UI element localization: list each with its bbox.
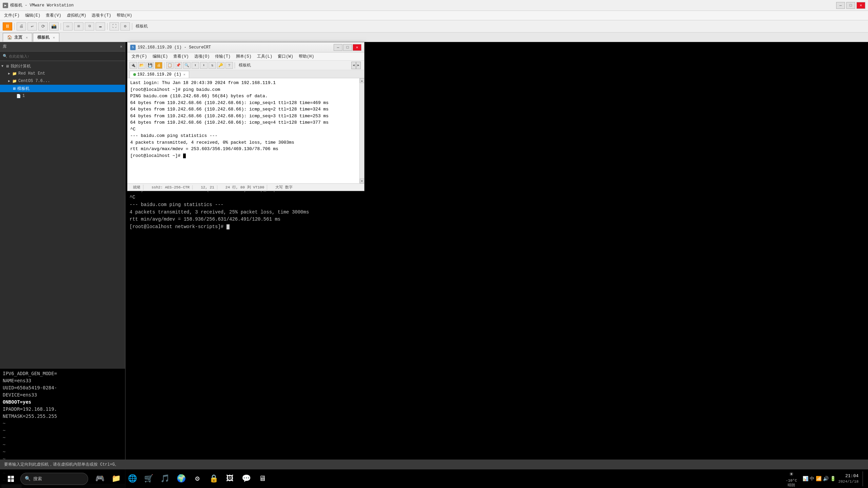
scrt-save[interactable]: 💾	[146, 62, 154, 69]
tree-node-template[interactable]: 🖥 模板机	[0, 85, 125, 92]
view-console[interactable]: ▬	[96, 22, 105, 30]
tab-home[interactable]: 🏠 主页 ✕	[3, 33, 32, 42]
scrt-menu-options[interactable]: 选项(O)	[192, 53, 213, 60]
tree-node-1[interactable]: 📄 1	[0, 92, 125, 100]
securecrt-toolbar: 🔌 📂 💾 🖨 📋 📌 🔍 ⬆ ⬇ ⇅ 🔑 ? 模板机 ◀ ▶	[127, 61, 364, 70]
pause-button[interactable]: ⏸	[3, 22, 12, 30]
taskbar-icon-browser-chrome[interactable]: 🌐	[125, 471, 140, 486]
scrt-menu-tools[interactable]: 工具(L)	[254, 53, 275, 60]
scrt-menu-help[interactable]: 帮助(H)	[296, 53, 317, 60]
menu-help[interactable]: 帮助(H)	[114, 11, 135, 20]
print-button[interactable]: 🖨	[17, 22, 26, 30]
taskbar-icon-photos[interactable]: 🖼	[222, 471, 237, 486]
window-controls: — □ ✕	[836, 2, 865, 9]
tree-node-mycomputer[interactable]: ▼ 🖥 我的计算机	[0, 62, 125, 70]
scrt-tab-close[interactable]: ✕	[183, 73, 185, 77]
tab-home-close[interactable]: ✕	[26, 36, 28, 40]
taskbar-icon-monitor-status[interactable]: 📊	[803, 476, 808, 482]
bottom-cmd-11: [root@localhost network-scripts]#	[130, 223, 864, 231]
scrt-menu-script[interactable]: 脚本(S)	[233, 53, 254, 60]
taskbar-clock[interactable]: 21:04 2024/1/18	[839, 473, 859, 485]
scrt-paste[interactable]: 📌	[175, 62, 182, 69]
taskbar-icon-security[interactable]: 🔒	[206, 471, 221, 486]
securecrt-close[interactable]: ✕	[353, 44, 361, 51]
view-normal[interactable]: ▭	[63, 22, 73, 30]
show-desktop-button[interactable]	[863, 471, 865, 486]
scrt-menu-view[interactable]: 查看(V)	[171, 53, 192, 60]
scrt-nav-left[interactable]: ◀	[351, 62, 356, 69]
scrt-download[interactable]: ⬇	[200, 62, 208, 69]
scrt-line-12: [root@localhost ~]#	[130, 152, 357, 159]
taskbar-icon-explorer[interactable]: 📁	[108, 471, 123, 486]
menu-vm[interactable]: 虚拟机(M)	[64, 11, 89, 20]
vmware-title: 模板机 - VMware Workstation	[10, 2, 836, 8]
menu-view[interactable]: 查看(V)	[43, 11, 64, 20]
vm-control-1[interactable]: ↩	[27, 22, 37, 30]
taskbar-icon-volume[interactable]: 🔊	[823, 476, 829, 482]
taskbar-app-icons: 🎮 📁 🌐 🛒 🎵 🌍 ⚙️ 🔒 🖼 💬 🖥	[92, 471, 270, 486]
scrt-menu-window[interactable]: 窗口(W)	[275, 53, 296, 60]
scrt-line-8: ^C	[130, 126, 357, 133]
library-close-button[interactable]: ✕	[120, 44, 122, 49]
securecrt-terminal[interactable]: Last login: Thu Jan 18 20:43:39 2024 fro…	[127, 78, 359, 183]
scrt-session-tab[interactable]: 192.168.119.20 (1) ✕	[130, 71, 189, 78]
settings-button[interactable]: ⚙	[120, 22, 130, 30]
view-unity[interactable]: ⧉	[85, 22, 94, 30]
scrt-find[interactable]: 🔍	[183, 62, 191, 69]
scrt-print[interactable]: 🖨	[155, 62, 162, 69]
securecrt-maximize[interactable]: □	[343, 44, 352, 51]
taskbar-weather[interactable]: ☀️ -10°C 晴朗	[786, 470, 797, 488]
scrt-scrollbar[interactable]: ▲ ▼	[359, 78, 364, 183]
taskbar-icon-unknown1[interactable]: 🎵	[157, 471, 172, 486]
taskbar-icon-settings[interactable]: ⚙️	[190, 471, 205, 486]
scrt-new-session[interactable]: 🔌	[130, 62, 137, 69]
taskbar-icon-ime[interactable]: 中	[810, 476, 814, 482]
minimize-button[interactable]: —	[836, 2, 845, 9]
menu-file[interactable]: 文件(F)	[1, 11, 22, 20]
taskbar-icon-battery[interactable]: 🔋	[830, 476, 836, 482]
scrt-help[interactable]: ?	[225, 62, 233, 69]
library-header: 库 ✕	[0, 42, 125, 52]
search-input[interactable]	[9, 54, 122, 58]
securecrt-tabbar: 192.168.119.20 (1) ✕	[127, 70, 364, 78]
vmware-menubar: 文件(F) 编辑(E) 查看(V) 虚拟机(M) 选项卡(T) 帮助(H)	[0, 11, 868, 20]
scrt-status-connection: 就绪	[130, 185, 143, 190]
scrt-scroll-up[interactable]: ▲	[360, 78, 364, 83]
taskbar-icon-game[interactable]: 🎮	[92, 471, 107, 486]
tree-icon-centos: 📁	[12, 79, 17, 83]
tree-node-redhat[interactable]: ▶ 📁 Red Hat Ent	[0, 70, 125, 77]
taskbar-icon-desktop[interactable]: 🖥	[255, 471, 270, 486]
view-full[interactable]: ⊞	[74, 22, 83, 30]
tab-template-close[interactable]: ✕	[53, 36, 55, 40]
start-button[interactable]	[3, 471, 19, 487]
scrt-menu-edit[interactable]: 编辑(E)	[150, 53, 171, 60]
close-button[interactable]: ✕	[856, 2, 865, 9]
menu-edit[interactable]: 编辑(E)	[22, 11, 43, 20]
taskbar-search-bar[interactable]: 🔍 搜索	[20, 473, 88, 485]
taskbar-icon-wechat[interactable]: 💬	[239, 471, 254, 486]
vm-control-3[interactable]: 📸	[49, 22, 59, 30]
securecrt-minimize[interactable]: —	[334, 44, 342, 51]
scrt-scroll-down[interactable]: ▼	[360, 179, 364, 183]
tree-arrow-centos: ▶	[8, 79, 12, 83]
scrt-menu-transfer[interactable]: 传输(T)	[212, 53, 233, 60]
scrt-key[interactable]: 🔑	[217, 62, 224, 69]
taskbar-icon-windows-store[interactable]: 🛒	[141, 471, 156, 486]
tilde-1: ~	[3, 420, 122, 427]
scrt-copy[interactable]: 📋	[166, 62, 174, 69]
tree-node-centos[interactable]: ▶ 📁 CentOS 7.6...	[0, 77, 125, 85]
tab-template[interactable]: 模板机 ✕	[33, 33, 59, 42]
taskbar-icon-wifi[interactable]: 📶	[816, 476, 822, 482]
windows-logo-icon	[7, 475, 14, 482]
scrt-sftp[interactable]: ⇅	[209, 62, 216, 69]
taskbar-icon-browser-edge[interactable]: 🌍	[174, 471, 189, 486]
scrt-scroll-track[interactable]	[360, 83, 364, 179]
maximize-button[interactable]: □	[846, 2, 855, 9]
scrt-open-session[interactable]: 📂	[138, 62, 145, 69]
vm-control-2[interactable]: ⟳	[38, 22, 48, 30]
scrt-upload[interactable]: ⬆	[192, 62, 199, 69]
scrt-menu-file[interactable]: 文件(F)	[129, 53, 150, 60]
scrt-nav-right[interactable]: ▶	[356, 62, 361, 69]
fullscreen-button[interactable]: ⛶	[110, 22, 119, 30]
menu-tabs[interactable]: 选项卡(T)	[89, 11, 114, 20]
